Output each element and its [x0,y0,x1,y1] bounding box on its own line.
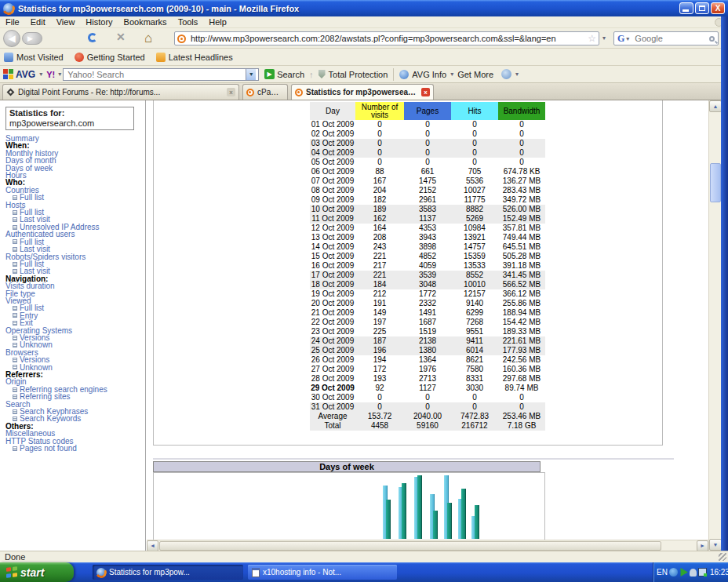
scroll-right-icon[interactable]: ► [697,540,708,551]
home-icon[interactable]: ⌂ [144,31,152,45]
tab-close-icon[interactable]: x [421,88,430,96]
avg-extra-icon[interactable] [501,69,511,79]
avg-info-dropdown-icon[interactable]: ▾ [450,71,453,78]
tab-cpanel-x[interactable]: cPanel X [242,84,288,100]
expand-box-icon [13,416,17,421]
search-engine-dropdown-icon[interactable]: ▾ [626,35,629,42]
web-search-input[interactable] [633,33,709,44]
vertical-scrollbar[interactable]: ▲ ▼ [708,100,721,551]
cell-visits: 243 [355,242,404,252]
sidebar-item-full-list[interactable]: Full list [5,194,144,201]
taskbar-task-statistics-for[interactable]: Statistics for mp3pow... [93,565,243,580]
cell-bandwidth: 749.44 MB [498,233,545,242]
days-of-week-chart [153,472,545,551]
bookmark-label: Latest Headlines [169,53,233,62]
scroll-up-icon[interactable]: ▲ [709,100,722,112]
avg-up-arrow-icon[interactable]: ↑ [309,70,314,79]
url-field[interactable]: ☆ [174,31,599,45]
bookmark-latest-headlines[interactable]: Latest Headlines [156,53,233,62]
horizontal-scrollbar[interactable]: ◄ ► [147,540,708,551]
total-protection-label[interactable]: Total Protection [329,70,388,79]
bookmark-most-visited[interactable]: Most Visited [4,53,64,62]
navigation-toolbar: ◀ ▶ ✕ ⌂ ☆ ▾ G ▾ [0,28,728,49]
toolbar-divider [393,68,394,81]
language-bar-icon[interactable] [669,568,678,577]
yahoo-dropdown-icon[interactable]: ▾ [58,71,61,78]
expand-box-icon [13,195,17,200]
cell-day: 08 Oct 2009 [310,186,355,195]
avg-logo-icon [3,69,13,79]
restore-button[interactable] [695,2,709,14]
bookmark-getting-started[interactable]: Getting Started [75,53,145,62]
stop-icon[interactable]: ✕ [116,31,126,43]
taskbar-task-x10hosting-inf[interactable]: x10hosting info - Not... [248,565,397,580]
cell-visits: 187 [355,336,404,346]
get-more-button[interactable]: Get More [457,70,493,79]
cell-pages: 59160 [404,421,451,431]
sidebar-item-pages-not-found[interactable]: Pages not found [5,445,144,452]
user-tray-icon[interactable] [690,569,697,577]
yahoo-search-input[interactable] [66,69,246,80]
menu-help[interactable]: Help [203,17,232,27]
cell-pages: 1127 [404,384,451,393]
network-tray-icon[interactable] [698,568,707,577]
cell-pages: 0 [404,139,451,148]
cell-hits: 11775 [451,195,498,205]
start-button[interactable]: start [0,562,74,582]
search-field[interactable]: G ▾ [613,31,719,45]
cell-hits: 8331 [451,374,498,384]
reload-icon[interactable] [88,33,97,42]
awstats-sidebar: Statistics for: mp3powersearch.com Summa… [0,100,146,551]
tab-close-icon[interactable]: x [227,88,235,96]
resize-grip[interactable] [719,553,726,561]
scroll-down-icon[interactable]: ▼ [709,539,722,551]
minimize-button[interactable] [679,2,693,14]
search-magnifier-icon[interactable] [709,36,715,42]
cell-visits: 204 [355,186,404,195]
menu-tools[interactable]: Tools [173,17,204,27]
yahoo-search-field[interactable]: ▾ [63,68,259,81]
tab-label: Digital Point Forums - Re: http://forums… [18,88,224,96]
avg-extra-dropdown-icon[interactable]: ▾ [515,71,519,78]
avg-info-button[interactable]: AVG Info [412,70,446,79]
table-row: Average153.722040.007472.83253.46 MB [310,412,545,421]
menu-history[interactable]: History [80,17,118,27]
cell-hits: 10010 [451,280,498,289]
bookmark-star-icon[interactable]: ☆ [588,33,596,44]
avg-tray-icon[interactable] [679,568,688,577]
cell-hits: 6299 [451,308,498,318]
table-row: 29 Oct 2009921127303089.74 MB [310,384,545,393]
cell-bandwidth: 645.51 MB [498,242,545,252]
vertical-scroll-thumb[interactable] [710,163,721,202]
language-indicator[interactable]: EN [657,568,668,577]
cell-bandwidth: 341.45 MB [498,271,545,280]
firefox-icon [3,3,14,14]
close-button[interactable]: X [711,2,725,14]
cell-bandwidth: 0 [498,393,545,402]
avg-search-go-icon[interactable]: ▶ [264,69,275,79]
cell-hits: 9140 [451,299,498,308]
cell-hits: 8552 [451,271,498,280]
menu-edit[interactable]: Edit [25,17,51,27]
expand-box-icon [13,247,17,252]
back-button[interactable]: ◀ [3,30,20,47]
table-row: 02 Oct 20090000 [310,129,545,139]
avg-dropdown-icon[interactable]: ▾ [39,71,42,78]
menu-view[interactable]: View [51,17,81,27]
url-input[interactable] [189,33,588,44]
forward-button[interactable]: ▶ [22,32,42,45]
menu-items-container: FileEditViewHistoryBookmarksToolsHelp [0,17,232,27]
menu-file[interactable]: File [0,17,25,27]
horizontal-scroll-thumb[interactable] [159,541,661,551]
tab-digital-point-forums[interactable]: Digital Point Forums - Re: http://forums… [2,84,239,100]
clock: 16:23 [710,568,728,577]
yahoo-search-dropdown-icon[interactable]: ▾ [246,69,256,80]
tab-statistics-for-mp3po[interactable]: Statistics for mp3powersearch.c...x [291,84,434,100]
url-dropdown-icon[interactable]: ▾ [602,35,606,42]
table-row: 21 Oct 200914914916299188.94 MB [310,308,545,318]
menu-bookmarks[interactable]: Bookmarks [118,17,173,27]
sidebar-item-hours[interactable]: Hours [5,172,144,179]
scroll-left-icon[interactable]: ◄ [147,540,158,551]
expand-box-icon [13,313,17,318]
avg-search-button[interactable]: Search [277,70,304,79]
